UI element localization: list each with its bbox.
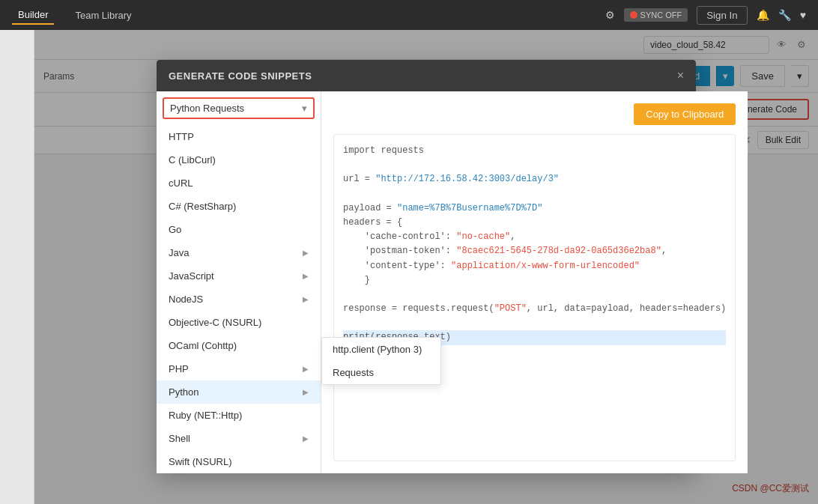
submenu-arrow-icon: ▶ <box>303 388 309 396</box>
sign-in-button[interactable]: Sign In <box>697 6 748 25</box>
submenu-arrow-icon: ▶ <box>303 365 309 373</box>
code-panel: Copy to Clipboard import requests url = … <box>321 91 748 473</box>
nav-right: ⚙ SYNC OFF Sign In 🔔 🔧 ♥ <box>605 6 806 25</box>
lang-item-ocaml[interactable]: OCaml (Cohttp) <box>157 334 321 357</box>
sync-dot <box>630 11 637 19</box>
sync-badge[interactable]: SYNC OFF <box>624 8 688 22</box>
dropdown-arrow-icon: ▾ <box>302 103 307 114</box>
wrench-icon[interactable]: 🔧 <box>778 9 791 21</box>
submenu-arrow-icon: ▶ <box>303 434 309 443</box>
lang-item-curl[interactable]: cURL <box>157 171 321 195</box>
lang-item-shell[interactable]: Shell▶ <box>157 427 321 450</box>
modal-close-button[interactable]: × <box>677 69 684 82</box>
navbar: Builder Team Library ⚙ SYNC OFF Sign In … <box>0 0 818 30</box>
lang-item-objc[interactable]: Objective-C (NSURL) <box>157 311 321 334</box>
submenu-arrow-icon: ▶ <box>303 249 309 257</box>
language-list: HTTP C (LibCurl) cURL C# (RestSharp) Go … <box>157 125 321 473</box>
selected-language-text: Python Requests <box>170 103 302 114</box>
content-area: 👁 ⚙ Params Send ▾ Save ▾ Generate Code ☰… <box>34 30 818 504</box>
settings-icon[interactable]: ⚙ <box>605 9 615 21</box>
modal-overlay: GENERATE CODE SNIPPETS × Python Requests… <box>34 30 818 504</box>
lang-item-ruby[interactable]: Ruby (NET::Http) <box>157 404 321 427</box>
left-sidebar <box>0 30 34 504</box>
submenu-arrow-icon: ▶ <box>303 272 309 280</box>
lang-item-java[interactable]: Java▶ <box>157 241 321 264</box>
submenu-item-http-client[interactable]: http.client (Python 3) <box>322 338 440 361</box>
tab-builder[interactable]: Builder <box>12 6 54 25</box>
lang-item-php[interactable]: PHP▶ <box>157 357 321 380</box>
main-area: 👁 ⚙ Params Send ▾ Save ▾ Generate Code ☰… <box>0 30 818 504</box>
lang-item-csharp[interactable]: C# (RestSharp) <box>157 195 321 218</box>
lang-item-nodejs[interactable]: NodeJS▶ <box>157 288 321 311</box>
language-selector[interactable]: Python Requests ▾ <box>163 97 315 119</box>
modal-title: GENERATE CODE SNIPPETS <box>169 70 312 82</box>
modal: GENERATE CODE SNIPPETS × Python Requests… <box>157 60 696 473</box>
modal-header: GENERATE CODE SNIPPETS × <box>157 60 696 91</box>
modal-body: Python Requests ▾ HTTP C (LibCurl) cURL … <box>157 91 696 473</box>
bell-icon[interactable]: 🔔 <box>757 9 769 21</box>
lang-item-python[interactable]: Python▶ <box>157 380 321 404</box>
sync-label: SYNC OFF <box>640 10 682 19</box>
heart-icon[interactable]: ♥ <box>800 9 806 21</box>
lang-item-c-libcurl[interactable]: C (LibCurl) <box>157 148 321 171</box>
code-header: Copy to Clipboard <box>333 103 736 125</box>
lang-item-go[interactable]: Go <box>157 218 321 241</box>
language-panel: Python Requests ▾ HTTP C (LibCurl) cURL … <box>157 91 321 473</box>
submenu-arrow-icon: ▶ <box>303 295 309 303</box>
tab-team-library[interactable]: Team Library <box>69 7 137 24</box>
lang-item-swift[interactable]: Swift (NSURL) <box>157 450 321 473</box>
lang-item-javascript[interactable]: JavaScript▶ <box>157 264 321 288</box>
submenu-item-requests[interactable]: Requests <box>322 361 440 384</box>
copy-to-clipboard-button[interactable]: Copy to Clipboard <box>634 103 736 125</box>
code-block: import requests url = "http://172.16.58.… <box>333 134 736 461</box>
lang-item-http[interactable]: HTTP <box>157 125 321 148</box>
python-submenu: http.client (Python 3) Requests <box>321 337 441 385</box>
